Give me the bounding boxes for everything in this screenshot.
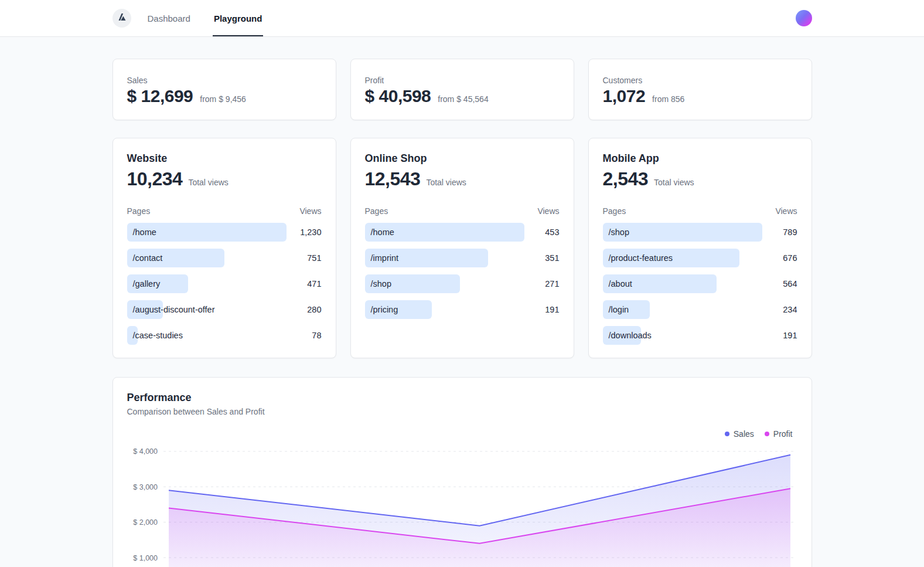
stats-row: Sales $ 12,699 from $ 9,456 Profit $ 40,… [112, 59, 812, 120]
list-item: /case-studies78 [127, 326, 322, 345]
page-name: /product-features [609, 249, 673, 267]
list-item: /imprint351 [365, 249, 560, 267]
page-views: 1,230 [287, 228, 322, 237]
card-title: Website [127, 152, 322, 165]
bar-list: /home1,230/contact751/gallery471/august-… [127, 223, 322, 345]
list-item: /about564 [603, 274, 797, 293]
list-item: /login234 [603, 300, 797, 319]
page-views: 191 [762, 331, 797, 340]
bar-track: /home [127, 223, 287, 242]
performance-card: Performance Comparison between Sales and… [112, 377, 812, 567]
pages-card-website: Website 10,234 Total views Pages Views /… [112, 138, 336, 358]
performance-subtitle: Comparison between Sales and Profit [127, 407, 797, 416]
page-views: 789 [762, 228, 797, 237]
column-header-pages: Pages [603, 206, 626, 216]
total-views-value: 2,543 [603, 168, 649, 190]
bar-track: /about [603, 274, 762, 293]
column-header-pages: Pages [127, 206, 151, 216]
stat-label: Customers [603, 76, 797, 85]
page-views: 280 [287, 305, 322, 314]
logo-container [112, 0, 131, 36]
bar-track: /contact [127, 249, 287, 267]
total-views-value: 10,234 [127, 168, 183, 190]
page-views-row: Website 10,234 Total views Pages Views /… [112, 138, 812, 358]
stat-value: $ 12,699 [127, 86, 193, 106]
nav-container: Dashboard Playground [112, 0, 812, 36]
list-item: /contact751 [127, 249, 322, 267]
stat-card-customers: Customers 1,072 from 856 [588, 59, 812, 120]
column-header-views: Views [775, 206, 797, 216]
column-header-pages: Pages [365, 206, 388, 216]
list-item: /product-features676 [603, 249, 797, 267]
y-axis-tick-label: $ 1,000 [133, 554, 158, 562]
bar-track: /august-discount-offer [127, 300, 287, 319]
page-views: 471 [287, 279, 322, 288]
list-item: /downloads191 [603, 326, 797, 345]
bar-track: /imprint [365, 249, 524, 267]
y-axis-tick-label: $ 3,000 [133, 483, 158, 491]
bar-track: /case-studies [127, 326, 287, 345]
stat-previous-value: from $ 45,564 [438, 94, 488, 104]
page-name: /gallery [133, 274, 161, 293]
bar-track: /home [365, 223, 524, 242]
total-views-label: Total views [426, 178, 466, 187]
column-header-views: Views [299, 206, 321, 216]
pages-card-online-shop: Online Shop 12,543 Total views Pages Vie… [350, 138, 574, 358]
top-nav: Dashboard Playground [0, 0, 924, 37]
mountain-slash-logo-icon [117, 12, 127, 25]
card-title: Online Shop [365, 152, 560, 165]
list-item: /august-discount-offer280 [127, 300, 322, 319]
tab-dashboard[interactable]: Dashboard [148, 0, 190, 36]
list-item: /home1,230 [127, 223, 322, 242]
bar-track: /product-features [603, 249, 762, 267]
bar-track: /pricing [365, 300, 524, 319]
page-name: /downloads [609, 326, 652, 345]
performance-chart-svg: $ 4,000$ 3,000$ 2,000$ 1,000 [127, 441, 799, 567]
page-name: /shop [371, 274, 391, 293]
page-views: 78 [287, 331, 322, 340]
bar-track: /downloads [603, 326, 762, 345]
legend-label: Sales [734, 429, 754, 439]
bar-track: /login [603, 300, 762, 319]
legend-item-sales[interactable]: Sales [725, 429, 754, 439]
stat-card-profit: Profit $ 40,598 from $ 45,564 [350, 59, 574, 120]
chart-legend: SalesProfit [127, 429, 797, 439]
page-name: /shop [609, 223, 629, 242]
page-name: /home [133, 223, 156, 242]
bar-list: /shop789/product-features676/about564/lo… [603, 223, 797, 345]
page-name: /imprint [371, 249, 399, 267]
page-views: 234 [762, 305, 797, 314]
pages-card-mobile-app: Mobile App 2,543 Total views Pages Views… [588, 138, 812, 358]
page-name: /home [371, 223, 394, 242]
page-views: 676 [762, 253, 797, 263]
dashboard-content: Sales $ 12,699 from $ 9,456 Profit $ 40,… [112, 37, 812, 567]
app-logo[interactable] [112, 9, 131, 28]
column-header-views: Views [537, 206, 559, 216]
page-name: /login [609, 300, 629, 319]
list-item: /gallery471 [127, 274, 322, 293]
page-name: /august-discount-offer [133, 300, 215, 319]
page-views: 453 [524, 228, 560, 237]
page-name: /case-studies [133, 326, 183, 345]
bar-list: /home453/imprint351/shop271/pricing191 [365, 223, 560, 319]
tab-playground[interactable]: Playground [214, 0, 262, 36]
total-views-value: 12,543 [365, 168, 421, 190]
performance-title: Performance [127, 392, 797, 404]
stat-value: $ 40,598 [365, 86, 431, 106]
legend-item-profit[interactable]: Profit [765, 429, 793, 439]
page-name: /contact [133, 249, 163, 267]
page-views: 564 [762, 279, 797, 288]
stat-label: Profit [365, 76, 560, 85]
stat-label: Sales [127, 76, 322, 85]
user-avatar[interactable] [796, 10, 812, 26]
list-item: /shop789 [603, 223, 797, 242]
nav-tabs: Dashboard Playground [148, 0, 262, 36]
area-chart: $ 4,000$ 3,000$ 2,000$ 1,000 [127, 441, 797, 567]
page-views: 351 [524, 253, 560, 263]
legend-dot-icon [725, 432, 729, 436]
stat-value: 1,072 [603, 86, 646, 106]
page-views: 751 [287, 253, 322, 263]
list-item: /home453 [365, 223, 560, 242]
page-views: 191 [524, 305, 560, 314]
y-axis-tick-label: $ 4,000 [133, 447, 158, 456]
